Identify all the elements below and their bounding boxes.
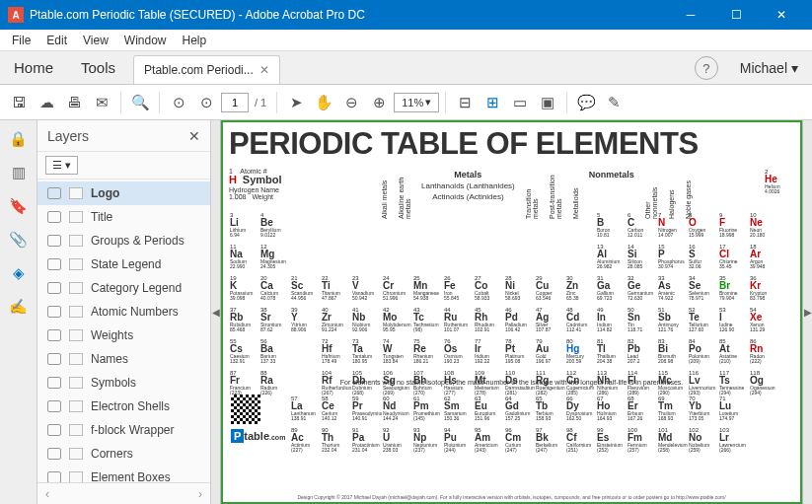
visibility-icon[interactable] <box>47 258 61 270</box>
layers-options-button[interactable]: ☰ ▾ <box>45 156 78 175</box>
element-cell: 45RhRhodium102.91 <box>474 306 504 337</box>
layer-item[interactable]: Groups & Periods <box>37 229 210 252</box>
layer-item[interactable]: Corners <box>37 442 210 466</box>
element-cell: 16SSulfur32.06 <box>688 243 718 274</box>
layer-label: f-block Wrapper <box>91 423 174 437</box>
visibility-icon[interactable] <box>47 329 61 341</box>
visibility-icon[interactable] <box>47 187 61 199</box>
element-cell: 23VVanadium50.942 <box>351 274 382 306</box>
chevron-right-icon[interactable]: › <box>198 487 202 501</box>
visibility-icon[interactable] <box>47 235 61 247</box>
page-down-icon[interactable]: ⊙ <box>193 90 219 115</box>
layer-icon <box>69 306 83 318</box>
zoom-out-icon[interactable]: ⊖ <box>338 90 364 115</box>
print-icon[interactable]: 🖶 <box>61 90 87 115</box>
layer-icon <box>69 211 83 223</box>
layer-item[interactable]: Logo <box>37 181 210 205</box>
select-tool-icon[interactable]: ➤ <box>283 90 309 115</box>
layer-item[interactable]: Atomic Numbers <box>37 300 210 324</box>
user-menu[interactable]: Michael ▾ <box>726 52 812 84</box>
layer-item[interactable]: Weights <box>37 324 210 347</box>
element-cell: 93NpNeptunium(237) <box>412 426 443 458</box>
element-legend: 1 Atomic # H Symbol Hydrogen Name 1.008 … <box>229 168 282 201</box>
zoom-in-icon[interactable]: ⊕ <box>366 90 392 115</box>
element-cell: 37RbRubidium85.468 <box>229 306 259 337</box>
element-cell: 28NiNickel58.693 <box>504 274 535 306</box>
visibility-icon[interactable] <box>47 448 61 460</box>
maximize-button[interactable]: ☐ <box>713 0 759 30</box>
panel-close-icon[interactable]: ✕ <box>188 128 200 144</box>
cloud-icon[interactable]: ☁ <box>34 90 59 115</box>
layer-item[interactable]: f-block Wrapper <box>37 418 210 442</box>
lock-icon[interactable]: 🔒 <box>8 128 30 150</box>
menu-file[interactable]: File <box>4 32 38 49</box>
collapse-left-icon[interactable]: ◀ <box>211 120 221 504</box>
bookmarks-icon[interactable]: 🔖 <box>8 195 30 217</box>
element-cell: 3LiLithium6.94 <box>229 211 259 243</box>
layer-item[interactable]: Names <box>37 347 210 371</box>
tab-document[interactable]: Ptable.com Periodi... ✕ <box>133 55 280 84</box>
minimize-button[interactable]: ─ <box>668 0 713 30</box>
element-cell: 76OsOsmium190.23 <box>443 337 474 369</box>
element-cell: 34SeSelenium78.971 <box>688 274 718 306</box>
layer-label: Category Legend <box>91 281 182 295</box>
page-number-input[interactable] <box>221 93 249 112</box>
chevron-left-icon[interactable]: ‹ <box>45 487 49 501</box>
layers-panel: Layers ✕ ☰ ▾ LogoTitleGroups & PeriodsSt… <box>37 120 211 504</box>
menu-view[interactable]: View <box>75 32 116 49</box>
visibility-icon[interactable] <box>47 282 61 294</box>
close-button[interactable]: ✕ <box>759 0 804 30</box>
menu-window[interactable]: Window <box>116 32 175 49</box>
layer-item[interactable]: Symbols <box>37 371 210 395</box>
visibility-icon[interactable] <box>47 211 61 223</box>
layers-icon[interactable]: ◈ <box>8 262 30 284</box>
layer-item[interactable]: State Legend <box>37 252 210 276</box>
highlight-icon[interactable]: ✎ <box>601 90 627 115</box>
search-icon[interactable]: 🔍 <box>127 90 153 115</box>
visibility-icon[interactable] <box>47 400 61 412</box>
element-cell: 4BeBeryllium9.0122 <box>259 211 290 243</box>
hand-tool-icon[interactable]: ✋ <box>311 90 336 115</box>
page-up-icon[interactable]: ⊙ <box>166 90 191 115</box>
save-icon[interactable]: 🖫 <box>6 90 32 115</box>
element-cell: 43TcTechnetium(98) <box>412 306 443 337</box>
view-mode-icon[interactable]: ▭ <box>507 90 533 115</box>
element-cell: 90ThThorium232.04 <box>321 426 351 458</box>
element-cell: 67HoHolmium164.93 <box>596 395 627 426</box>
thumbnails-icon[interactable]: ▥ <box>8 162 30 183</box>
tab-close-icon[interactable]: ✕ <box>259 63 269 77</box>
read-mode-icon[interactable]: ▣ <box>535 90 560 115</box>
layer-item[interactable]: Element Boxes <box>37 466 210 482</box>
fit-page-icon[interactable]: ⊞ <box>480 90 505 115</box>
element-cell: 103LrLawrencium(266) <box>718 426 749 458</box>
mail-icon[interactable]: ✉ <box>89 90 114 115</box>
signatures-icon[interactable]: ✍ <box>8 296 30 318</box>
element-cell: 44RuRuthenium101.07 <box>443 306 474 337</box>
layer-item[interactable]: Electron Shells <box>37 395 210 418</box>
collapse-right-icon[interactable]: ▶ <box>802 120 812 504</box>
element-cell: 75ReRhenium186.21 <box>412 337 443 369</box>
tab-home[interactable]: Home <box>0 51 67 84</box>
help-button[interactable]: ? <box>695 56 718 80</box>
element-cell: 78PtPlatinum195.08 <box>504 337 535 369</box>
visibility-icon[interactable] <box>47 377 61 389</box>
layer-item[interactable]: Category Legend <box>37 276 210 300</box>
fit-width-icon[interactable]: ⊟ <box>452 90 478 115</box>
element-cell: 39YYttrium88.906 <box>290 306 321 337</box>
element-cell: 85AtAstatine(210) <box>718 337 749 369</box>
comment-icon[interactable]: 💬 <box>573 90 599 115</box>
visibility-icon[interactable] <box>47 424 61 436</box>
tab-tools[interactable]: Tools <box>67 51 129 84</box>
visibility-icon[interactable] <box>47 306 61 318</box>
window-title: Ptable.com Periodic Table (SECURED) - Ad… <box>30 8 668 22</box>
visibility-icon[interactable] <box>47 471 61 482</box>
element-cell: 5BBoron10.81 <box>596 211 627 243</box>
tab-document-label: Ptable.com Periodi... <box>144 63 254 77</box>
zoom-level-select[interactable]: 11%▾ <box>394 93 439 112</box>
layer-item[interactable]: Title <box>37 205 210 229</box>
visibility-icon[interactable] <box>47 353 61 365</box>
menu-edit[interactable]: Edit <box>38 32 75 49</box>
menu-help[interactable]: Help <box>175 32 215 49</box>
attachments-icon[interactable]: 📎 <box>8 229 30 251</box>
element-cell: 20CaCalcium40.078 <box>259 274 290 306</box>
